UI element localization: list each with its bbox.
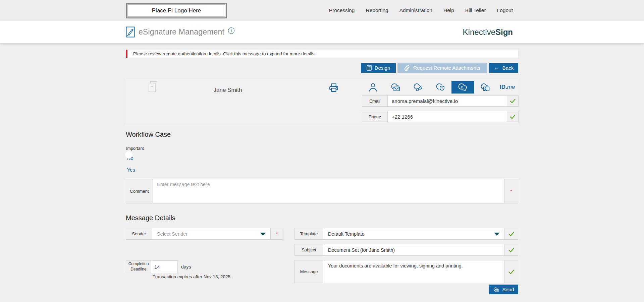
nav-processing[interactable]: Processing — [329, 7, 355, 13]
toolbar: Design Request Remote Attachments ← Back — [126, 63, 518, 73]
email-field-row: Email — [362, 95, 519, 107]
info-icon[interactable]: i — [228, 27, 234, 34]
send-button-label: Send — [502, 287, 514, 292]
page-title: eSignature Management — [139, 27, 224, 37]
nav-help[interactable]: Help — [443, 7, 454, 13]
esignature-management-page: Place FI Logo Here Processing Reporting … — [0, 0, 644, 302]
top-nav: Processing Reporting Administration Help… — [329, 0, 513, 21]
radio-circle — [125, 151, 132, 159]
sender-required-zone: * — [271, 228, 283, 239]
back-button-label: Back — [502, 65, 514, 71]
deadline-unit-label: days — [181, 264, 191, 269]
auth-method-access-code[interactable] — [407, 81, 429, 94]
page-header-left: eSignature Management i — [126, 21, 234, 43]
email-input[interactable] — [388, 96, 507, 106]
subject-input[interactable]: Document Set (for Jane Smith) — [323, 244, 504, 255]
sender-placeholder: Select Sender — [157, 231, 187, 237]
template-label: Template — [295, 228, 323, 239]
idme-logo: ID.me — [500, 84, 515, 90]
fi-logo-placeholder: Place FI Logo Here — [126, 3, 227, 18]
cloud-phone-icon — [457, 82, 468, 92]
auth-method-idme[interactable]: ID.me — [496, 81, 519, 94]
required-asterisk: * — [276, 231, 278, 236]
template-value: Default Template — [328, 231, 365, 237]
auth-method-photo-id[interactable] — [474, 81, 496, 94]
nav-administration[interactable]: Administration — [399, 7, 432, 13]
nav-logout[interactable]: Logout — [497, 7, 513, 13]
svg-text:?: ? — [441, 87, 443, 90]
chevron-down-icon — [260, 233, 266, 236]
template-field-row: Template Default Template — [294, 228, 518, 240]
document-count: 1 — [148, 83, 156, 88]
recipient-card: 1 Jane Smith — [126, 79, 518, 125]
subject-valid-check — [504, 244, 518, 255]
subject-field-row: Subject Document Set (for Jane Smith) — [294, 244, 518, 256]
cloud-key-icon — [412, 82, 424, 92]
design-button-label: Design — [375, 65, 390, 71]
chevron-down-icon — [494, 233, 499, 236]
remote-auth-alert[interactable]: Please review remote authentication deta… — [126, 50, 518, 58]
esignature-document-icon — [126, 26, 135, 38]
sender-label: Sender — [126, 228, 152, 239]
auth-method-person[interactable] — [362, 81, 384, 94]
auth-method-security-question[interactable]: ? — [429, 81, 451, 94]
back-button[interactable]: ← Back — [489, 63, 518, 73]
workflow-case-heading: Workflow Case — [126, 131, 171, 138]
completion-deadline-input[interactable] — [151, 261, 177, 273]
back-arrow-icon: ← — [493, 65, 499, 71]
subject-label: Subject — [295, 244, 323, 255]
check-icon — [510, 99, 516, 103]
check-icon — [510, 114, 516, 119]
design-document-icon — [367, 65, 372, 71]
printer-icon[interactable] — [329, 83, 339, 93]
brand-product: Sign — [495, 27, 513, 37]
page-header: eSignature Management i Kinective Sign — [0, 21, 644, 43]
auth-method-row: ? — [362, 81, 519, 94]
brand-logo: Kinective Sign — [463, 21, 513, 43]
comment-textarea[interactable] — [153, 179, 504, 203]
message-input[interactable]: Your documents are available for viewing… — [323, 260, 504, 283]
message-details-heading: Message Details — [126, 214, 175, 222]
design-button[interactable]: Design — [361, 63, 396, 73]
auth-method-email[interactable] — [384, 81, 407, 94]
email-valid-check — [507, 96, 518, 106]
check-icon — [508, 269, 514, 274]
recipient-name: Jane Smith — [186, 87, 270, 94]
workflow-option-no[interactable]: No — [127, 156, 133, 161]
check-icon — [508, 248, 514, 252]
send-cloud-email-icon — [493, 287, 499, 292]
cloud-id-card-icon — [479, 82, 491, 92]
template-dropdown[interactable]: Default Template — [323, 228, 504, 239]
completion-deadline-row: Completion Deadline — [126, 260, 178, 273]
nav-user-bill-teller[interactable]: Bill Teller — [465, 7, 486, 13]
cloud-question-shield-icon: ? — [435, 82, 446, 92]
workflow-option-yes[interactable]: Yes — [127, 167, 135, 173]
phone-field-row: Phone — [362, 111, 519, 122]
email-label: Email — [362, 96, 388, 106]
message-valid-check — [504, 260, 518, 283]
template-valid-check — [504, 228, 518, 239]
request-remote-attachments-button[interactable]: Request Remote Attachments — [397, 63, 487, 73]
auth-method-phone[interactable] — [451, 81, 474, 94]
message-field-row: Message Your documents are available for… — [294, 260, 518, 283]
sender-dropdown[interactable]: Select Sender — [152, 228, 271, 239]
cloud-email-icon — [390, 82, 401, 92]
workflow-field-label: Important — [126, 146, 144, 151]
nav-reporting[interactable]: Reporting — [366, 7, 388, 13]
send-button[interactable]: Send — [489, 285, 518, 294]
request-remote-attachments-label: Request Remote Attachments — [413, 65, 480, 71]
required-asterisk: * — [510, 189, 512, 194]
top-bar: Place FI Logo Here Processing Reporting … — [0, 0, 644, 21]
comment-label: Comment — [126, 179, 153, 203]
phone-valid-check — [507, 111, 518, 122]
comment-field-row: Comment * — [126, 179, 518, 203]
check-icon — [508, 232, 514, 236]
comment-required-zone: * — [504, 179, 518, 203]
person-icon — [368, 82, 378, 92]
message-label: Message — [295, 260, 323, 283]
expiry-note: Transaction expires after Nov 13, 2025. — [153, 274, 232, 279]
phone-input[interactable] — [388, 111, 507, 122]
completion-deadline-label: Completion Deadline — [126, 261, 151, 273]
alert-text: Please review remote authentication deta… — [133, 51, 314, 56]
brand-name: Kinective — [463, 27, 495, 37]
